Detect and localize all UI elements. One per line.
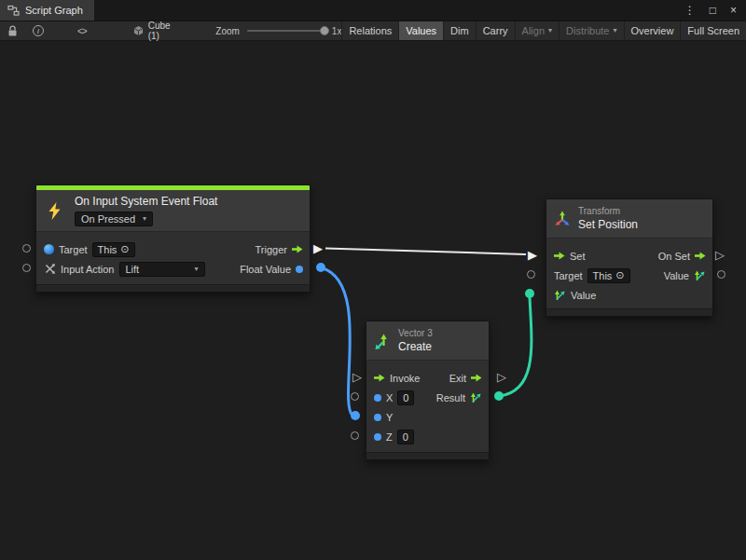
vector-port-icon <box>470 391 482 403</box>
node-vector3-create[interactable]: Vector 3 Create Invoke Exit X 0 <box>366 321 490 460</box>
x-value-field[interactable]: 0 <box>397 390 414 405</box>
float-port-icon <box>296 266 303 273</box>
input-action-icon <box>44 263 56 275</box>
y-input-port[interactable] <box>351 411 360 420</box>
lock-icon[interactable] <box>0 21 25 40</box>
float-value-output-port[interactable] <box>316 263 325 272</box>
input-action-dropdown[interactable]: Lift ▾ <box>119 262 205 277</box>
carry-button[interactable]: Carry <box>476 21 515 40</box>
lightning-icon <box>48 202 62 220</box>
onset-port-label: On Set <box>658 251 690 262</box>
dim-button[interactable]: Dim <box>443 21 476 40</box>
close-icon[interactable]: × <box>730 5 737 16</box>
overview-button[interactable]: Overview <box>624 21 681 40</box>
event-node-title: On Input System Event Float <box>75 195 217 208</box>
input-action-port-label: Input Action <box>61 264 115 275</box>
set-input-port[interactable]: ▶ <box>528 249 537 261</box>
fullscreen-button[interactable]: Full Screen <box>680 21 746 40</box>
values-button[interactable]: Values <box>398 21 443 40</box>
result-output-port[interactable] <box>494 391 504 401</box>
caret-down-icon: ▾ <box>614 27 617 34</box>
target-port-label: Target <box>59 244 88 255</box>
value-input-port[interactable] <box>525 289 534 298</box>
info-icon[interactable]: i <box>25 21 51 40</box>
x-input-port[interactable] <box>351 392 359 401</box>
node-transform-set-position[interactable]: Transform Set Position Set On Set Target <box>546 198 713 317</box>
z-port-label: Z <box>386 431 393 443</box>
transform-icon <box>554 211 571 227</box>
maximize-icon[interactable]: □ <box>710 5 716 16</box>
set-onset-row: Set On Set <box>546 246 712 266</box>
zoom-label: Zoom <box>215 26 240 36</box>
window-menu-icon[interactable]: ⋮ <box>684 5 696 16</box>
inputaction-floatvalue-row: Input Action Lift ▾ Float Value <box>36 259 310 279</box>
relations-button[interactable]: Relations <box>341 21 398 40</box>
gameobject-icon <box>44 244 54 254</box>
invoke-input-port[interactable]: ▷ <box>352 371 362 383</box>
align-button[interactable]: Align▾ <box>515 21 559 40</box>
z-row: Z 0 <box>366 427 489 446</box>
float-port-icon <box>374 433 381 441</box>
transform-target-port-label: Target <box>554 270 583 281</box>
transform-node-category: Transform <box>578 206 638 216</box>
flow-arrow-icon <box>471 374 482 382</box>
trigger-output-port[interactable]: ▶ <box>313 242 323 254</box>
graph-toolbar: i <> Cube (1) Zoom 1x Relations Values D… <box>0 20 746 41</box>
value-in-row: Value <box>546 285 712 305</box>
node-footer <box>36 284 310 292</box>
transform-node-header: Transform Set Position <box>546 199 712 239</box>
vector-port-icon <box>694 269 706 281</box>
script-graph-icon <box>7 5 20 17</box>
float-value-port-label: Float Value <box>240 264 291 275</box>
node-on-input-system-event-float[interactable]: On Input System Event Float On Pressed ▾… <box>35 184 311 293</box>
event-target-input-port[interactable] <box>22 244 31 253</box>
zoom-slider[interactable] <box>247 30 326 32</box>
float-port-icon <box>374 414 381 421</box>
event-mode-dropdown[interactable]: On Pressed ▾ <box>75 212 153 226</box>
vector-port-icon <box>554 289 566 301</box>
event-node-header: On Input System Event Float On Pressed ▾ <box>36 190 310 232</box>
invoke-exit-row: Invoke Exit <box>366 368 489 388</box>
flow-arrow-icon <box>374 374 385 382</box>
caret-down-icon: ▾ <box>194 266 198 273</box>
titlebar: Script Graph ⋮ □ × <box>0 0 746 20</box>
zoom-slider-handle[interactable] <box>320 26 329 35</box>
value-output-port[interactable] <box>717 270 725 279</box>
transform-node-title: Set Position <box>578 218 638 231</box>
exit-port-label: Exit <box>449 373 466 384</box>
trigger-port-label: Trigger <box>256 244 287 255</box>
x-result-row: X 0 Result <box>366 388 489 407</box>
flow-arrow-icon <box>695 252 706 260</box>
z-input-port[interactable] <box>351 431 359 440</box>
transform-target-input-port[interactable] <box>527 270 535 279</box>
node-footer <box>546 308 712 316</box>
transform-target-field[interactable]: This ⊙ <box>587 268 630 283</box>
y-port-label: Y <box>386 412 393 423</box>
event-inputaction-input-port[interactable] <box>22 264 31 272</box>
x-port-label: X <box>386 392 393 403</box>
distribute-button[interactable]: Distribute▾ <box>559 21 623 40</box>
value-out-port-label: Value <box>664 270 689 281</box>
script-graph-window: Script Graph ⋮ □ × i <> Cube (1) Zoom 1x… <box>0 0 746 560</box>
target-object-field[interactable]: This ⊙ <box>92 242 135 257</box>
value-in-port-label: Value <box>571 290 596 301</box>
caret-down-icon: ▾ <box>548 27 552 34</box>
zoom-value: 1x <box>332 26 342 36</box>
z-value-field[interactable]: 0 <box>397 430 414 444</box>
caret-down-icon: ▾ <box>143 215 146 223</box>
float-port-icon <box>374 394 381 402</box>
breadcrumb[interactable]: Cube (1) <box>133 20 181 41</box>
breadcrumb-label: Cube (1) <box>148 20 181 41</box>
invoke-port-label: Invoke <box>390 373 420 384</box>
node-footer <box>366 452 489 459</box>
scope-picker-icon: ⊙ <box>615 270 624 280</box>
result-port-label: Result <box>436 392 465 403</box>
flow-arrow-icon <box>292 245 303 253</box>
tab-script-graph[interactable]: Script Graph <box>0 0 94 20</box>
target-trigger-row: Target This ⊙ Trigger <box>36 239 310 259</box>
y-row: Y <box>366 407 489 427</box>
toolbar-buttons: Relations Values Dim Carry Align▾ Distri… <box>341 21 746 40</box>
on-set-output-port[interactable]: ▷ <box>715 249 725 261</box>
code-icon[interactable]: <> <box>72 21 92 40</box>
exit-output-port[interactable]: ▷ <box>497 371 506 383</box>
